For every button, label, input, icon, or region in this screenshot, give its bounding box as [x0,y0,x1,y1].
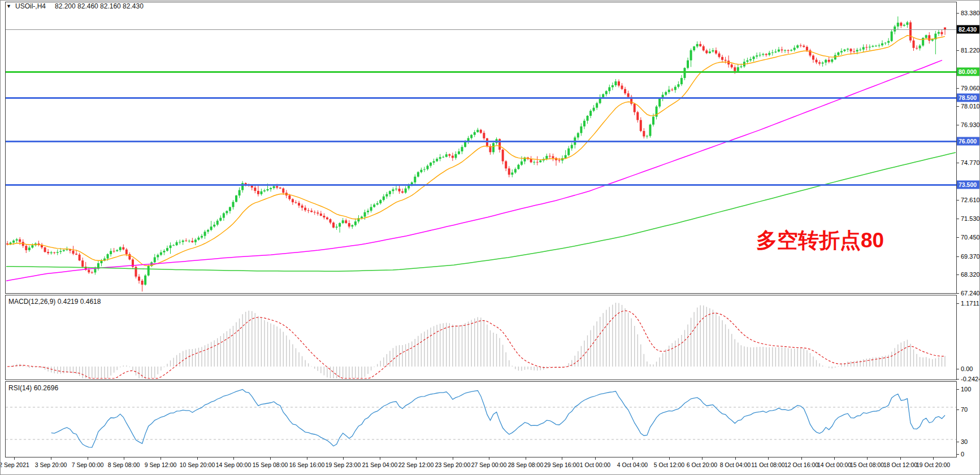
candle-body [674,87,677,90]
candle-body [316,212,319,213]
time-tick-label: 11 Oct 08:00 [751,461,785,468]
candle-body [310,211,313,212]
candle-body [223,213,225,218]
candle-body [430,163,432,166]
candle-body [897,23,899,27]
price-tick-label: 76.930 [961,121,980,128]
time-tick-label: 6 Oct 20:00 [687,461,717,468]
time-tick-label: 12 Oct 16:00 [784,461,818,468]
horizontal-levels-layer [6,72,956,185]
candle-body [780,50,783,51]
candle-body [505,162,507,169]
candle-body [44,247,46,252]
candle-body [201,236,203,238]
candle-body [254,188,256,191]
time-tick-label: 19 Oct 20:00 [916,461,950,468]
candle-body [379,200,381,203]
candle-body [696,44,699,46]
candle-body [433,161,435,163]
candle-body [445,154,448,157]
candle-body [125,250,128,254]
candle-body [439,157,441,159]
candle-body [81,260,84,267]
time-tick-label: 14 Sep 00:00 [216,461,251,468]
collapse-arrow-icon[interactable]: ▼ [6,3,11,9]
candle-body [822,63,824,64]
candle-body [539,160,541,162]
chart-canvas[interactable]: 1.17110.00-0.2424 10070300 83.38081.2207… [1,1,980,475]
candle-body [79,255,81,260]
candle-body [891,32,893,41]
candle-body [545,156,548,159]
candle-body [862,47,865,49]
candle-body [12,241,15,243]
candle-body [182,241,184,242]
candle-body [75,254,77,255]
candle-body [771,53,774,53]
candle-body [803,46,805,47]
candle-body [636,112,639,120]
candle-body [709,51,711,53]
price-tick-label: 67.240 [961,290,980,297]
candle-body [740,67,742,67]
candle-body [166,248,168,251]
candle-body [887,41,890,43]
candle-body [486,138,488,146]
candle-body [138,277,140,281]
candle-body [837,53,839,55]
candle-body [668,90,670,92]
candle-body [843,50,845,51]
candle-body [170,245,172,248]
candle-body [793,48,796,50]
candle-body [219,218,222,221]
level-badge-label: 80.000 [959,68,977,75]
candle-body [705,50,708,53]
candle-body [693,46,695,50]
candle-body [320,213,322,216]
candle-body [900,23,902,25]
time-tick-label: 16 Sep 16:00 [289,461,325,468]
candle-body [314,212,316,212]
rsi-axis-label: 30 [961,438,968,445]
candle-body [50,252,53,253]
candle-body [25,246,27,250]
candle-body [163,251,165,252]
candle-body [875,46,877,46]
candle-body [301,206,303,208]
candle-body [383,197,385,200]
candle-body [756,55,758,56]
candle-body [762,54,764,55]
candle-body [565,155,567,158]
candle-body [734,67,736,71]
candle-body [602,94,604,97]
candle-body [903,25,905,26]
candle-body [853,51,855,52]
candle-body [307,210,310,211]
candle-body [263,190,266,191]
time-tick-label: 15 Oct 08:00 [850,461,884,468]
candle-body [759,55,761,55]
candle-body [787,50,790,51]
candle-body [395,189,397,189]
candle-body [239,190,241,196]
time-tick-label: 3 Sep 20:00 [35,461,67,468]
candle-body [141,281,144,285]
candle-body [392,189,394,191]
candle-body [436,159,438,161]
candle-body [658,98,661,106]
candle-body [260,191,262,194]
level-badge-label: 78.500 [959,94,977,101]
candle-body [583,121,586,127]
candle-body [72,251,75,254]
candle-body [364,212,366,217]
candle-body [414,177,416,182]
candle-body [828,60,830,62]
candle-body [928,35,930,41]
candle-body [840,51,843,52]
candle-body [336,226,338,228]
candle-body [612,85,614,87]
candle-body [502,150,504,161]
candle-body [276,186,278,188]
candle-body [367,211,369,212]
candle-body [458,151,460,154]
